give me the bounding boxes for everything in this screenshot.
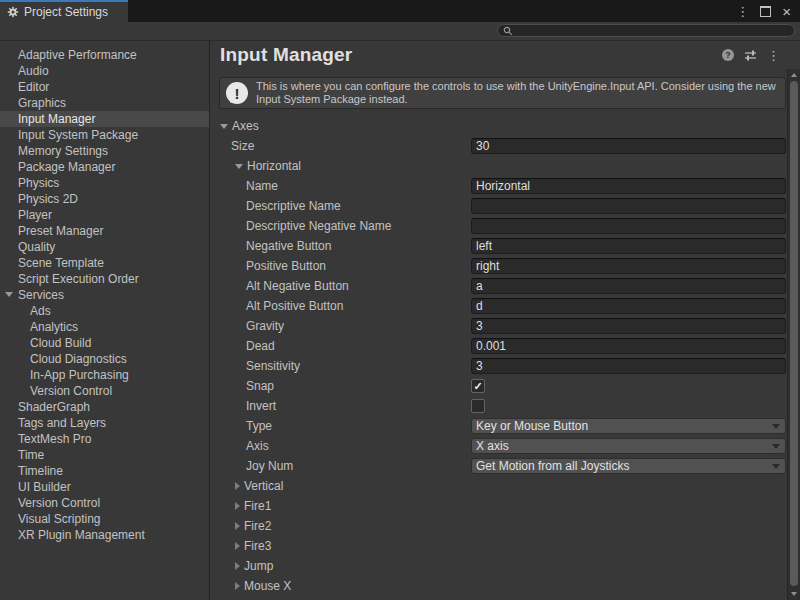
sidebar-item-label: Quality — [18, 240, 55, 254]
joy-num-dropdown[interactable]: Get Motion from all Joysticks — [471, 458, 786, 474]
invert-checkbox[interactable] — [471, 399, 485, 413]
tab-project-settings[interactable]: Project Settings — [0, 0, 128, 22]
dropdown-value: Key or Mouse Button — [476, 419, 588, 433]
sidebar-item-memory-settings[interactable]: Memory Settings — [0, 143, 209, 159]
sidebar-item-label: ShaderGraph — [18, 400, 90, 414]
sidebar-item-tags-and-layers[interactable]: Tags and Layers — [0, 415, 209, 431]
sidebar-item-xr-plugin-management[interactable]: XR Plugin Management — [0, 527, 209, 543]
property-label: Descriptive Negative Name — [246, 219, 391, 233]
size-field[interactable] — [471, 138, 786, 154]
gravity-field[interactable] — [471, 318, 786, 334]
sidebar-item-audio[interactable]: Audio — [0, 63, 209, 79]
property-field: Key or Mouse Button — [471, 418, 786, 434]
dead-field[interactable] — [471, 338, 786, 354]
foldout-closed-icon[interactable] — [235, 582, 240, 590]
sidebar-item-textmesh-pro[interactable]: TextMesh Pro — [0, 431, 209, 447]
sidebar-item-graphics[interactable]: Graphics — [0, 95, 209, 111]
foldout-open-icon[interactable] — [220, 124, 228, 129]
type-dropdown[interactable]: Key or Mouse Button — [471, 418, 786, 434]
foldout-closed-icon[interactable] — [235, 502, 240, 510]
property-label[interactable]: Vertical — [244, 479, 283, 493]
sidebar-item-preset-manager[interactable]: Preset Manager — [0, 223, 209, 239]
descriptive-negative-name-field[interactable] — [471, 218, 786, 234]
search-box[interactable] — [497, 24, 795, 37]
foldout-open-icon[interactable] — [235, 164, 243, 169]
property-field: ✓ — [471, 379, 786, 393]
scrollbar-thumb[interactable] — [790, 81, 798, 586]
property-label[interactable]: Axes — [232, 119, 259, 133]
property-field — [471, 178, 786, 194]
property-label[interactable]: Horizontal — [247, 159, 301, 173]
sidebar-item-adaptive-performance[interactable]: Adaptive Performance — [0, 47, 209, 63]
axis-dropdown[interactable]: X axis — [471, 438, 786, 454]
sidebar-item-physics[interactable]: Physics — [0, 175, 209, 191]
sidebar-item-editor[interactable]: Editor — [0, 79, 209, 95]
sidebar-item-cloud-diagnostics[interactable]: Cloud Diagnostics — [0, 351, 209, 367]
property-label: Snap — [246, 379, 274, 393]
sidebar-item-in-app-purchasing[interactable]: In-App Purchasing — [0, 367, 209, 383]
negative-button-field[interactable] — [471, 238, 786, 254]
sidebar-item-label: UI Builder — [18, 480, 71, 494]
property-row-alt-positive-button: Alt Positive Button — [220, 296, 786, 316]
maximize-icon[interactable] — [760, 6, 771, 17]
sidebar-item-input-system-package[interactable]: Input System Package — [0, 127, 209, 143]
foldout-open-icon[interactable] — [5, 292, 13, 297]
dropdown-value: Get Motion from all Joysticks — [476, 459, 629, 473]
settings-body: Adaptive PerformanceAudioEditorGraphicsI… — [0, 40, 800, 600]
sidebar-item-player[interactable]: Player — [0, 207, 209, 223]
sidebar-item-version-control[interactable]: Version Control — [0, 383, 209, 399]
property-row-gravity: Gravity — [220, 316, 786, 336]
sidebar-item-services[interactable]: Services — [0, 287, 209, 303]
foldout-closed-icon[interactable] — [235, 522, 240, 530]
scroll-up-icon[interactable] — [791, 73, 797, 77]
sidebar-item-ui-builder[interactable]: UI Builder — [0, 479, 209, 495]
sidebar-item-analytics[interactable]: Analytics — [0, 319, 209, 335]
foldout-closed-icon[interactable] — [235, 482, 240, 490]
pane-menu-icon[interactable]: ⋮ — [767, 49, 780, 62]
sidebar-item-ads[interactable]: Ads — [0, 303, 209, 319]
sensitivity-field[interactable] — [471, 358, 786, 374]
sidebar-item-shadergraph[interactable]: ShaderGraph — [0, 399, 209, 415]
sidebar-item-input-manager[interactable]: Input Manager — [0, 111, 209, 127]
name-field[interactable] — [471, 178, 786, 194]
property-label[interactable]: Jump — [244, 559, 273, 573]
property-label: Sensitivity — [246, 359, 300, 373]
search-input[interactable] — [513, 25, 794, 36]
foldout-closed-icon[interactable] — [235, 542, 240, 550]
scroll-down-icon[interactable] — [791, 592, 797, 596]
property-field — [471, 358, 786, 374]
sidebar-item-time[interactable]: Time — [0, 447, 209, 463]
sidebar-item-cloud-build[interactable]: Cloud Build — [0, 335, 209, 351]
foldout-closed-icon[interactable] — [235, 562, 240, 570]
property-field — [471, 218, 786, 234]
sidebar-item-label: Script Execution Order — [18, 272, 139, 286]
descriptive-name-field[interactable] — [471, 198, 786, 214]
sidebar-item-label: Adaptive Performance — [18, 48, 137, 62]
property-rows: AxesSizeHorizontalNameDescriptive NameDe… — [210, 116, 787, 596]
sidebar-item-package-manager[interactable]: Package Manager — [0, 159, 209, 175]
property-row-jump: Jump — [220, 556, 786, 576]
property-label[interactable]: Fire1 — [244, 499, 271, 513]
help-icon[interactable]: ? — [722, 49, 734, 61]
snap-checkbox[interactable]: ✓ — [471, 379, 485, 393]
sidebar-item-visual-scripting[interactable]: Visual Scripting — [0, 511, 209, 527]
sidebar-item-script-execution-order[interactable]: Script Execution Order — [0, 271, 209, 287]
property-row-mouse-x: Mouse X — [220, 576, 786, 596]
alt-negative-button-field[interactable] — [471, 278, 786, 294]
window-menu-icon[interactable]: ⋮ — [736, 5, 749, 18]
close-icon[interactable]: × — [782, 4, 791, 19]
sidebar-item-physics-2d[interactable]: Physics 2D — [0, 191, 209, 207]
positive-button-field[interactable] — [471, 258, 786, 274]
property-label[interactable]: Fire3 — [244, 539, 271, 553]
property-label[interactable]: Mouse X — [244, 579, 291, 593]
sidebar-item-timeline[interactable]: Timeline — [0, 463, 209, 479]
property-label[interactable]: Fire2 — [244, 519, 271, 533]
sidebar-item-version-control[interactable]: Version Control — [0, 495, 209, 511]
sidebar-item-label: Timeline — [18, 464, 63, 478]
alt-positive-button-field[interactable] — [471, 298, 786, 314]
vertical-scrollbar[interactable] — [787, 69, 800, 600]
presets-icon[interactable] — [744, 49, 757, 61]
property-row-snap: Snap✓ — [220, 376, 786, 396]
sidebar-item-scene-template[interactable]: Scene Template — [0, 255, 209, 271]
sidebar-item-quality[interactable]: Quality — [0, 239, 209, 255]
